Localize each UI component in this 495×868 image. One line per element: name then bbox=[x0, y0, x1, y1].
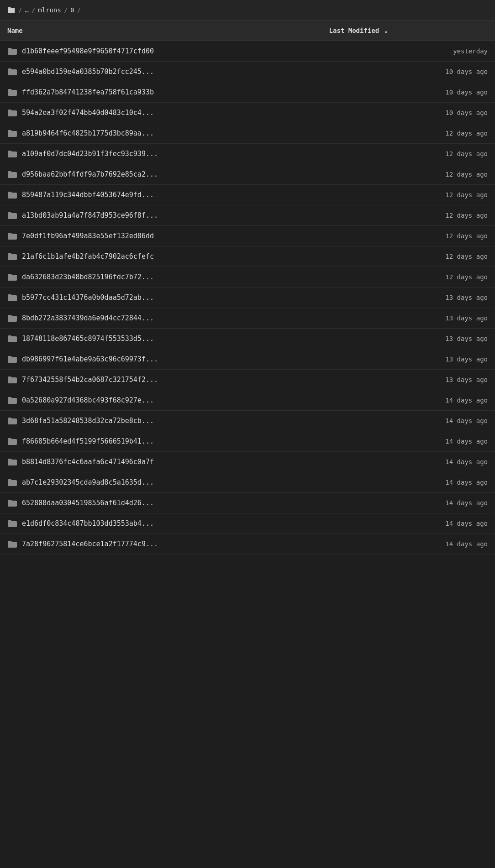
file-modified-cell: 13 days ago bbox=[322, 329, 495, 349]
file-name-text: ffd362a7b84741238fea758f61ca933b bbox=[22, 88, 154, 96]
table-row[interactable]: a13bd03ab91a4a7f847d953ce96f8f...12 days… bbox=[0, 205, 495, 226]
breadcrumb-ellipsis[interactable]: … bbox=[25, 6, 28, 14]
file-name-text: 18748118e867465c8974f553533d5... bbox=[22, 335, 154, 343]
file-modified-cell: 13 days ago bbox=[322, 288, 495, 308]
file-name-text: a13bd03ab91a4a7f847d953ce96f8f... bbox=[22, 211, 158, 220]
file-name-text: ab7c1e29302345cda9ad8c5a1635d... bbox=[22, 478, 154, 486]
file-modified-cell: 12 days ago bbox=[322, 185, 495, 205]
table-row[interactable]: d1b60feeef95498e9f9650f4717cfd00yesterda… bbox=[0, 41, 495, 62]
file-modified-cell: 10 days ago bbox=[322, 82, 495, 103]
table-row[interactable]: 7f67342558f54b2ca0687c321754f2...13 days… bbox=[0, 370, 495, 390]
folder-icon bbox=[7, 211, 17, 220]
file-modified-cell: 13 days ago bbox=[322, 349, 495, 370]
table-row[interactable]: 3d68fa51a58248538d32ca72be8cb...14 days … bbox=[0, 411, 495, 431]
file-name-cell: 7a28f96275814ce6bce1a2f17774c9... bbox=[0, 534, 322, 554]
table-row[interactable]: a109af0d7dc04d23b91f3fec93c939...12 days… bbox=[0, 144, 495, 164]
breadcrumb-0[interactable]: 0 bbox=[70, 6, 74, 14]
breadcrumb: / … / mlruns / 0 / bbox=[0, 0, 495, 21]
file-name-cell: da632683d23b48bd825196fdc7b72... bbox=[0, 267, 322, 288]
table-row[interactable]: ffd362a7b84741238fea758f61ca933b10 days … bbox=[0, 82, 495, 103]
file-modified-cell: 10 days ago bbox=[322, 103, 495, 123]
file-name-text: d956baa62bbf4fdf9a7b7692e85ca2... bbox=[22, 170, 158, 178]
table-row[interactable]: 594a2ea3f02f474bb40d0483c10c4...10 days … bbox=[0, 103, 495, 123]
table-row[interactable]: f86685b664ed4f5199f5666519b41...14 days … bbox=[0, 431, 495, 452]
file-name-cell: 21af6c1b1afe4b2fab4c7902ac6cfefc bbox=[0, 246, 322, 267]
folder-icon bbox=[7, 458, 17, 466]
file-modified-cell: 12 days ago bbox=[322, 246, 495, 267]
folder-icon bbox=[7, 109, 17, 117]
file-name-cell: 7e0df1fb96af499a83e55ef132ed86dd bbox=[0, 226, 322, 246]
file-name-text: a819b9464f6c4825b1775d3bc89aa... bbox=[22, 129, 154, 137]
file-modified-cell: 14 days ago bbox=[322, 390, 495, 411]
table-row[interactable]: da632683d23b48bd825196fdc7b72...12 days … bbox=[0, 267, 495, 288]
folder-icon bbox=[7, 396, 17, 404]
file-modified-cell: 12 days ago bbox=[322, 123, 495, 144]
table-row[interactable]: b5977cc431c14376a0b0daa5d72ab...13 days … bbox=[0, 288, 495, 308]
table-row[interactable]: 7e0df1fb96af499a83e55ef132ed86dd12 days … bbox=[0, 226, 495, 246]
table-row[interactable]: db986997f61e4abe9a63c96c69973f...13 days… bbox=[0, 349, 495, 370]
breadcrumb-sep-3: / bbox=[64, 6, 68, 14]
file-name-cell: 652808daa03045198556af61d4d26... bbox=[0, 493, 322, 513]
file-name-cell: 8bdb272a3837439da6e9d4cc72844... bbox=[0, 308, 322, 329]
table-row[interactable]: e1d6df0c834c487bb103dd3553ab4...14 days … bbox=[0, 513, 495, 534]
table-row[interactable]: 8bdb272a3837439da6e9d4cc72844...13 days … bbox=[0, 308, 495, 329]
folder-icon bbox=[7, 232, 17, 240]
folder-icon bbox=[7, 417, 17, 425]
file-name-cell: a109af0d7dc04d23b91f3fec93c939... bbox=[0, 144, 322, 164]
file-name-text: 7e0df1fb96af499a83e55ef132ed86dd bbox=[22, 232, 154, 240]
file-modified-cell: 10 days ago bbox=[322, 62, 495, 82]
file-modified-cell: yesterday bbox=[322, 41, 495, 62]
file-modified-cell: 12 days ago bbox=[322, 226, 495, 246]
table-row[interactable]: d956baa62bbf4fdf9a7b7692e85ca2...12 days… bbox=[0, 164, 495, 185]
table-row[interactable]: 21af6c1b1afe4b2fab4c7902ac6cfefc12 days … bbox=[0, 246, 495, 267]
table-row[interactable]: ab7c1e29302345cda9ad8c5a1635d...14 days … bbox=[0, 472, 495, 493]
file-modified-cell: 14 days ago bbox=[322, 534, 495, 554]
file-name-text: 594a2ea3f02f474bb40d0483c10c4... bbox=[22, 109, 154, 117]
table-header-row: Name Last Modified ▲ bbox=[0, 21, 495, 41]
sort-arrow: ▲ bbox=[385, 29, 388, 34]
table-row[interactable]: 18748118e867465c8974f553533d5...13 days … bbox=[0, 329, 495, 349]
file-modified-cell: 14 days ago bbox=[322, 493, 495, 513]
file-modified-cell: 14 days ago bbox=[322, 452, 495, 472]
file-name-cell: b5977cc431c14376a0b0daa5d72ab... bbox=[0, 288, 322, 308]
file-name-cell: 7f67342558f54b2ca0687c321754f2... bbox=[0, 370, 322, 390]
file-name-cell: d956baa62bbf4fdf9a7b7692e85ca2... bbox=[0, 164, 322, 185]
folder-icon bbox=[7, 437, 17, 445]
folder-icon bbox=[7, 335, 17, 343]
file-name-text: 21af6c1b1afe4b2fab4c7902ac6cfefc bbox=[22, 252, 154, 261]
table-row[interactable]: 7a28f96275814ce6bce1a2f17774c9...14 days… bbox=[0, 534, 495, 554]
folder-icon bbox=[7, 252, 17, 261]
file-name-cell: b8814d8376fc4c6aafa6c471496c0a7f bbox=[0, 452, 322, 472]
file-modified-cell: 12 days ago bbox=[322, 144, 495, 164]
file-modified-cell: 13 days ago bbox=[322, 308, 495, 329]
table-row[interactable]: b8814d8376fc4c6aafa6c471496c0a7f14 days … bbox=[0, 452, 495, 472]
folder-icon bbox=[7, 376, 17, 384]
file-name-cell: db986997f61e4abe9a63c96c69973f... bbox=[0, 349, 322, 370]
breadcrumb-sep-2: / bbox=[32, 6, 35, 14]
file-name-cell: 3d68fa51a58248538d32ca72be8cb... bbox=[0, 411, 322, 431]
file-name-text: 859487a119c344dbbf4053674e9fd... bbox=[22, 191, 154, 199]
file-name-cell: ab7c1e29302345cda9ad8c5a1635d... bbox=[0, 472, 322, 493]
table-row[interactable]: 859487a119c344dbbf4053674e9fd...12 days … bbox=[0, 185, 495, 205]
table-row[interactable]: a819b9464f6c4825b1775d3bc89aa...12 days … bbox=[0, 123, 495, 144]
file-name-cell: 859487a119c344dbbf4053674e9fd... bbox=[0, 185, 322, 205]
table-row[interactable]: 652808daa03045198556af61d4d26...14 days … bbox=[0, 493, 495, 513]
folder-icon bbox=[7, 47, 17, 55]
folder-icon bbox=[7, 150, 17, 158]
file-name-text: f86685b664ed4f5199f5666519b41... bbox=[22, 437, 154, 445]
column-header-name[interactable]: Name bbox=[0, 21, 322, 41]
table-row[interactable]: e594a0bd159e4a0385b70b2fcc245...10 days … bbox=[0, 62, 495, 82]
file-modified-cell: 12 days ago bbox=[322, 267, 495, 288]
file-name-text: 7a28f96275814ce6bce1a2f17774c9... bbox=[22, 540, 158, 548]
file-table: Name Last Modified ▲ d1b60feeef95498e9f9… bbox=[0, 21, 495, 554]
table-row[interactable]: 0a52680a927d4368bc493f68c927e...14 days … bbox=[0, 390, 495, 411]
file-name-text: 652808daa03045198556af61d4d26... bbox=[22, 499, 154, 507]
breadcrumb-mlruns[interactable]: mlruns bbox=[38, 6, 61, 14]
file-modified-cell: 14 days ago bbox=[322, 411, 495, 431]
column-header-modified[interactable]: Last Modified ▲ bbox=[322, 21, 495, 41]
file-name-text: b5977cc431c14376a0b0daa5d72ab... bbox=[22, 293, 154, 302]
folder-icon bbox=[7, 478, 17, 486]
file-modified-cell: 14 days ago bbox=[322, 431, 495, 452]
file-name-text: b8814d8376fc4c6aafa6c471496c0a7f bbox=[22, 458, 154, 466]
file-name-text: db986997f61e4abe9a63c96c69973f... bbox=[22, 355, 158, 363]
